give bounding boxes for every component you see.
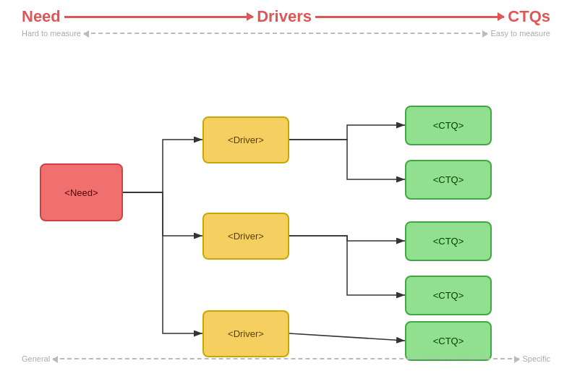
header-arrow-1 <box>64 16 253 18</box>
ctq-node-1[interactable]: <CTQ> <box>405 106 492 145</box>
driver-node-3[interactable]: <Driver> <box>202 310 289 357</box>
header-arrow-2 <box>315 16 504 18</box>
diagram-area: <Need> <Driver> <Driver> <Driver> <CTQ> … <box>0 41 572 351</box>
easy-measure-label: Easy to measure <box>490 29 550 38</box>
measure-row: Hard to measure Easy to measure <box>0 26 572 41</box>
header-ctqs-label: CTQs <box>508 7 550 26</box>
hard-measure-label: Hard to measure <box>22 29 81 38</box>
svg-line-0 <box>289 333 405 341</box>
specific-label: Specific <box>522 354 550 363</box>
bottom-dashes <box>53 358 519 359</box>
general-label: General <box>22 354 50 363</box>
ctq-node-3[interactable]: <CTQ> <box>405 221 492 261</box>
ctq-node-2[interactable]: <CTQ> <box>405 160 492 200</box>
measure-dashes <box>84 33 488 34</box>
ctq-node-5[interactable]: <CTQ> <box>405 321 492 361</box>
header-drivers-label: Drivers <box>257 7 312 26</box>
header-row: Need Drivers CTQs <box>0 0 572 26</box>
driver-node-1[interactable]: <Driver> <box>202 116 289 163</box>
need-node[interactable]: <Need> <box>40 163 123 221</box>
driver-node-2[interactable]: <Driver> <box>202 213 289 260</box>
header-need-label: Need <box>22 7 61 26</box>
ctq-node-4[interactable]: <CTQ> <box>405 276 492 315</box>
